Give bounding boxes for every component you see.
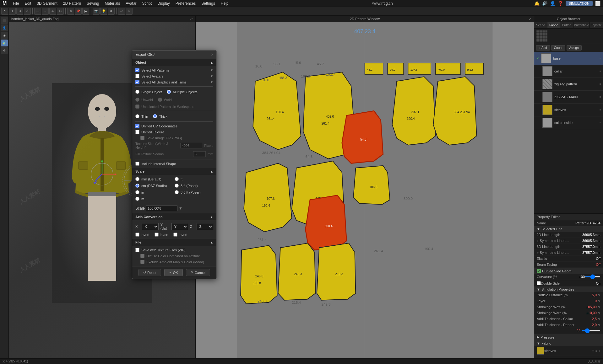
tool-light[interactable]: 💡: [100, 8, 107, 15]
export-section-axis-header[interactable]: Axis Conversion ▲: [132, 213, 216, 220]
menu-sewing[interactable]: Sewing: [84, 1, 101, 6]
fabric-item-base[interactable]: ✓ base ≡: [534, 52, 603, 65]
tool-magnet[interactable]: ⊕: [67, 8, 74, 15]
checkbox-unified-texture[interactable]: [135, 130, 139, 134]
viewport-expand-icon[interactable]: ⤢: [190, 17, 193, 21]
tool-camera[interactable]: 📷: [93, 8, 100, 15]
radio-thick-input[interactable]: [153, 114, 157, 118]
left-icon-5[interactable]: ⚙: [1, 47, 8, 54]
pattern-2d-content[interactable]: 407 23.4 190.4 261.4 402.0 261.4 1: [196, 22, 534, 364]
tool-pin[interactable]: 📌: [75, 8, 82, 15]
tool-scale[interactable]: ⤢: [24, 8, 31, 15]
scale-input[interactable]: [146, 206, 177, 211]
scale-dropdown-arrow[interactable]: ▼: [179, 206, 182, 211]
menu-settings[interactable]: Settings: [199, 1, 217, 6]
tool-pen[interactable]: ✏: [49, 8, 56, 15]
prop-particle-edit-icon[interactable]: ✎: [598, 293, 600, 297]
prop-section-selectedline-title[interactable]: ▼ Selected Line: [534, 226, 603, 232]
checkbox-save-zip[interactable]: [135, 248, 139, 252]
radio-86ft-input[interactable]: [175, 190, 179, 194]
tool-cut[interactable]: ✂: [57, 8, 64, 15]
tool-select[interactable]: ↖: [1, 8, 8, 15]
radio-mm-input[interactable]: [135, 177, 139, 181]
ok-button[interactable]: ✓ OK: [164, 269, 183, 276]
radio-in-input[interactable]: [135, 190, 139, 194]
curved-side-checkbox[interactable]: [537, 269, 541, 273]
fabric-item-collar[interactable]: collar ≡: [534, 65, 603, 78]
checkbox-invert-y[interactable]: [155, 233, 159, 237]
axis-x-select[interactable]: X: [142, 223, 158, 230]
pattern-expand-icon[interactable]: ⤢: [529, 17, 531, 21]
checkbox-select-graphics[interactable]: [135, 80, 139, 84]
tab-button[interactable]: Button: [560, 22, 573, 28]
fabric-item-zigzagmain[interactable]: ZIG ZAG MAIN ≡: [534, 91, 603, 104]
export-dialog-close-button[interactable]: ×: [211, 52, 213, 57]
prop-section-curved-title[interactable]: Curved Side Geom: [534, 268, 603, 274]
fabric-menu-icon-zigzagmain[interactable]: ≡: [600, 95, 601, 99]
menu-edit[interactable]: Edit: [22, 1, 34, 6]
graphics-expand-icon[interactable]: ▼: [210, 80, 213, 84]
prop-section-simulation-title[interactable]: ▼ Simulation Properties: [534, 286, 603, 292]
checkbox-unified-uv[interactable]: [135, 124, 139, 128]
menu-3dgarment[interactable]: 3D Garment: [34, 1, 60, 6]
simulation-button[interactable]: SIMULATION: [566, 1, 593, 6]
fabric-item-sleeves[interactable]: sleeves ≡: [534, 104, 603, 116]
tab-fabric[interactable]: Fabric: [547, 22, 561, 28]
tool-sim[interactable]: ▶: [82, 8, 89, 15]
patterns-expand-icon[interactable]: ▼: [210, 68, 213, 72]
extra-slider[interactable]: [582, 330, 600, 331]
tool-box[interactable]: ▭: [34, 8, 41, 15]
export-section-scale-header[interactable]: Scale ▲: [132, 168, 216, 175]
left-icon-4[interactable]: 🎽: [1, 40, 8, 46]
menu-2dpattern[interactable]: 2D Pattern: [61, 1, 84, 6]
assign-button[interactable]: Assign: [567, 45, 582, 51]
fabric-grid-icon[interactable]: ⊞: [592, 349, 594, 353]
add-fabric-button[interactable]: + Add: [536, 45, 550, 51]
left-icon-1[interactable]: ⬛: [1, 17, 8, 24]
tool-grid[interactable]: #: [108, 8, 115, 15]
curvature-slider[interactable]: [585, 276, 600, 277]
double-side-checkbox[interactable]: [537, 281, 541, 285]
tab-topstitch[interactable]: Topstitc: [590, 22, 603, 28]
prop-swarp-edit-icon[interactable]: ✎: [598, 311, 600, 315]
radio-ft-input[interactable]: [175, 177, 179, 181]
checkbox-invert-z[interactable]: [173, 233, 177, 237]
menu-avatar[interactable]: Avatar: [123, 1, 139, 6]
tab-scene[interactable]: Scene: [534, 22, 547, 28]
prop-atc-edit-icon[interactable]: ✎: [598, 317, 600, 321]
left-icon-3[interactable]: ◉: [1, 32, 8, 39]
prop-atr-edit-icon[interactable]: ✎: [598, 323, 600, 327]
checkbox-invert-x[interactable]: [135, 233, 139, 237]
fabric-item-zigzag[interactable]: zig zag pattern ≡: [534, 78, 603, 91]
menu-preferences[interactable]: Preferences: [173, 1, 198, 6]
menu-display[interactable]: Display: [155, 1, 172, 6]
radio-single-obj[interactable]: [135, 90, 139, 94]
left-icon-2[interactable]: 👤: [1, 24, 8, 31]
reset-button[interactable]: ↺ Reset: [139, 269, 161, 276]
fabric-menu-icon-collar[interactable]: ≡: [600, 70, 601, 73]
fabric-list-icon[interactable]: ≡: [595, 349, 597, 353]
menu-materials[interactable]: Materials: [102, 1, 122, 6]
axis-y-select[interactable]: Y: [171, 223, 188, 230]
radio-thin-input[interactable]: [135, 114, 139, 118]
tool-redo[interactable]: ↪: [126, 8, 133, 15]
fabric-menu-icon-base[interactable]: ≡: [600, 57, 601, 60]
fabric-menu-icon-zigzag[interactable]: ≡: [600, 83, 601, 86]
tool-undo[interactable]: ↩: [118, 8, 125, 15]
axis-z-select[interactable]: Z: [197, 223, 213, 230]
count-button[interactable]: Count: [551, 45, 565, 51]
checkbox-select-patterns[interactable]: [135, 68, 139, 72]
export-section-file-header[interactable]: File ▲: [132, 239, 216, 246]
tool-circle[interactable]: ○: [42, 8, 49, 15]
menu-file[interactable]: File: [10, 1, 21, 6]
radio-8ft-input[interactable]: [175, 184, 179, 188]
fabric-add-icon[interactable]: +: [599, 349, 600, 353]
cancel-button[interactable]: ✕ Cancel: [186, 269, 210, 276]
export-dialog-titlebar[interactable]: Export OBJ ×: [132, 51, 216, 59]
fabric-menu-icon-collarinside[interactable]: ≡: [600, 121, 601, 124]
tab-buttonhole[interactable]: Buttonhole: [573, 22, 590, 28]
prop-layer-edit-icon[interactable]: ✎: [598, 299, 600, 303]
export-section-object-header[interactable]: Object ▲: [132, 59, 216, 66]
tool-rotate[interactable]: ↺: [16, 8, 23, 15]
radio-multiple-obj[interactable]: [167, 90, 171, 94]
